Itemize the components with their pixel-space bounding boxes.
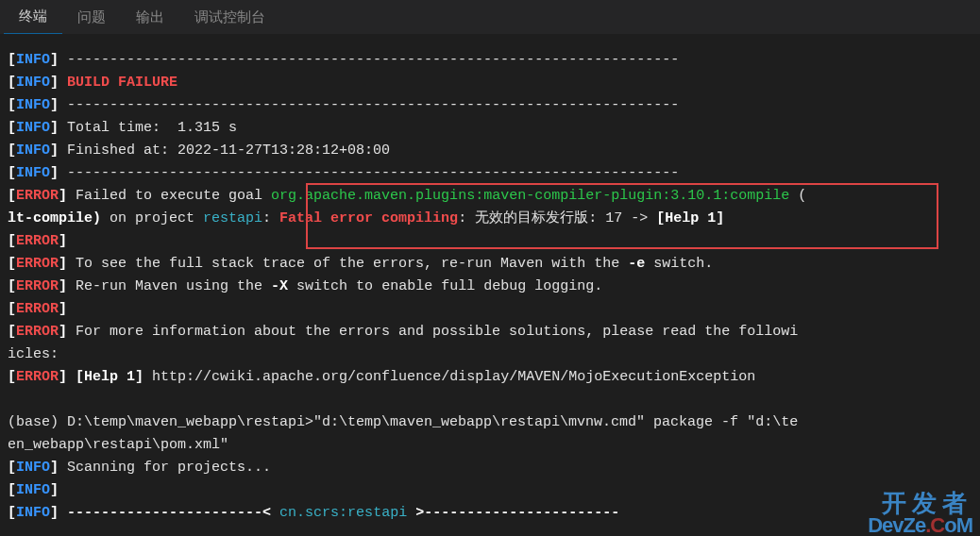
project-id: cn.scrs:restapi (279, 505, 407, 521)
help-label: [Help 1] (76, 369, 144, 385)
finished-at: Finished at: 2022-11-27T13:28:12+08:00 (67, 142, 390, 159)
build-failure-text: BUILD FAILURE (67, 75, 177, 91)
tab-bar: 终端 问题 输出 调试控制台 (0, 0, 980, 34)
log-line: ----------------------------------------… (59, 52, 679, 68)
plugin-name: org.apache.maven.plugins:maven-compiler-… (271, 188, 789, 204)
scanning-text: Scanning for projects... (59, 460, 271, 476)
switch-e: -e (628, 256, 645, 272)
help-url: http://cwiki.apache.org/confluence/displ… (144, 369, 755, 385)
terminal-output[interactable]: [INFO] ---------------------------------… (0, 34, 980, 536)
log-line: ----------------------------------------… (59, 97, 679, 113)
tab-debug-console[interactable]: 调试控制台 (179, 1, 280, 34)
error-text: For more information about the errors an… (67, 324, 798, 340)
error-text: To see the full stack trace of the error… (67, 256, 628, 272)
switch-x: -X (271, 278, 288, 294)
tab-terminal[interactable]: 终端 (4, 0, 62, 34)
tab-problems[interactable]: 问题 (62, 1, 121, 34)
error-text: Failed to execute goal (67, 188, 271, 204)
total-time: Total time: 1.315 s (67, 120, 237, 136)
command-prompt-continued: en_webapp\restapi\pom.xml" (8, 437, 228, 453)
project-name: restapi (203, 210, 262, 226)
command-prompt: (base) D:\temp\maven_webapp\restapi>"d:\… (8, 414, 798, 430)
watermark: 开发者 DevZe.CoM (868, 491, 972, 536)
help-link: [Help 1] (656, 210, 724, 226)
log-line: ----------------------------------------… (59, 165, 679, 181)
error-text-continued: icles: (8, 346, 59, 362)
tab-output[interactable]: 输出 (121, 1, 179, 34)
error-message: : 无效的目标发行版: 17 -> (458, 210, 656, 226)
fatal-error: Fatal error compiling (279, 210, 458, 226)
lt-compile: lt-compile) (8, 210, 101, 226)
error-text: Re-run Maven using the (67, 278, 271, 294)
